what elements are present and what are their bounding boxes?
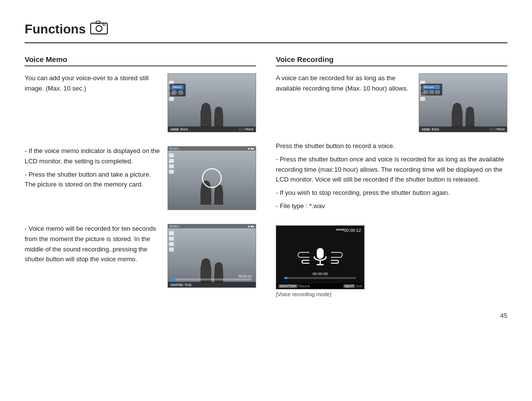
- voice-memo-intro-row: You can add your voice-over to a stored …: [25, 73, 256, 132]
- voice-memo-image-2: 00:00:1 ■ ■■: [167, 146, 256, 210]
- svg-point-1: [96, 26, 102, 31]
- voice-memo-image-3: 00:00:1 ■ ■■ 00:00:01 SHUTTER: [167, 224, 256, 288]
- cam-rec1-bottom: HDMI Back ⬛ Move: [419, 126, 507, 132]
- voice-rec-screen: 00:00:12 ■■■■: [276, 225, 365, 289]
- camera-icon: fn: [90, 20, 108, 38]
- voice-recording-title: Voice Recording: [276, 55, 507, 66]
- voice-rec-screen-section: 00:00:12 ■■■■: [276, 225, 507, 297]
- timer-area: 00:00:01: [172, 275, 252, 280]
- menu-item-record: Record: [423, 85, 440, 89]
- svg-rect-2: [96, 21, 100, 24]
- svg-rect-4: [317, 248, 324, 259]
- microphone-svg: [311, 247, 329, 269]
- page-number: 45: [25, 312, 507, 319]
- cam2-top-bar: 00:00:1 ■ ■■: [168, 147, 256, 151]
- voice-memo-bullet1-text: - If the voice memo indicator is display…: [25, 146, 161, 193]
- voice-memo-intro-text: You can add your voice-over to a stored …: [25, 73, 161, 97]
- voice-recording-column: Voice Recording A voice can be recorded …: [276, 55, 507, 297]
- voice-memo-column: Voice Memo You can add your voice-over t…: [25, 55, 256, 297]
- voice-memo-title: Voice Memo: [25, 55, 256, 66]
- battery-icon: ■■■■: [336, 228, 344, 231]
- voice-rec-bottom-bar: SHUTTER Record NEXT Exit: [276, 283, 364, 289]
- title-text: Functions: [25, 22, 86, 37]
- voice-memo-image-1: Memo HDMI Back ⬛: [167, 73, 256, 132]
- voice-rec-intro-row: A voice can be recorded for as long as t…: [276, 73, 507, 132]
- cam1-move-label: ⬛ Move: [239, 127, 254, 131]
- cam1-back-label: HDMI Back: [170, 127, 188, 131]
- rec-time-bar: 00:00:00: [284, 272, 356, 279]
- page-title: Functions fn: [25, 20, 507, 43]
- svg-text:fn: fn: [102, 23, 106, 27]
- main-content: Voice Memo You can add your voice-over t…: [25, 55, 507, 297]
- voice-rec-bullets: Press the shutter button to record a voi…: [276, 141, 507, 215]
- voice-rec-intro-text: A voice can be recorded for as long as t…: [276, 73, 412, 97]
- mic-sound-icon: [298, 247, 343, 269]
- voice-rec-image-1: Record HDMI Back: [419, 73, 507, 132]
- menu-item-memo: Memo: [172, 85, 183, 89]
- voice-memo-bullet1-row: - If the voice memo indicator is display…: [25, 146, 256, 210]
- voice-rec-caption: [Voice recording mode]: [276, 291, 332, 297]
- cam3-bottom-bar: SHUTTER Stop: [168, 282, 256, 287]
- focus-box: [202, 168, 222, 188]
- voice-timer-display: 00:00:12: [344, 228, 361, 233]
- voice-memo-bullet3-text: - Voice memo will be recorded for ten se…: [25, 224, 161, 268]
- cam1-bottom-bar: HDMI Back ⬛ Move: [168, 126, 256, 132]
- cam3-top-bar: 00:00:1 ■ ■■: [168, 224, 256, 228]
- voice-memo-bullet3-row: - Voice memo will be recorded for ten se…: [25, 224, 256, 288]
